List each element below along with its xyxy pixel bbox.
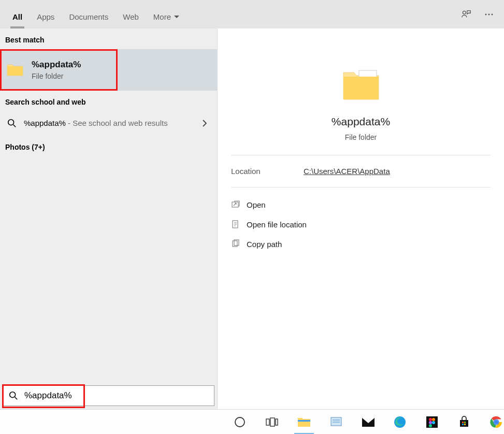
svg-rect-16 (276, 419, 278, 425)
svg-rect-15 (270, 418, 275, 426)
search-box[interactable] (3, 385, 214, 406)
best-match-title: %appdata% (32, 60, 81, 70)
open-icon (231, 200, 247, 209)
details-title: %appdata% (332, 115, 390, 128)
location-label: Location (231, 167, 304, 176)
svg-point-36 (494, 420, 498, 424)
location-path[interactable]: C:\Users\ACER\AppData (304, 167, 390, 176)
notepad-icon[interactable] (328, 414, 344, 430)
svg-point-25 (432, 418, 435, 421)
svg-rect-30 (464, 422, 466, 423)
figma-icon[interactable] (424, 414, 440, 430)
cortana-icon[interactable] (232, 414, 248, 430)
svg-point-3 (492, 13, 493, 15)
action-open-location-label: Open file location (247, 220, 307, 229)
tab-more-label: More (153, 12, 171, 21)
svg-rect-23 (426, 416, 438, 428)
svg-point-13 (235, 417, 244, 427)
svg-point-27 (429, 421, 432, 424)
tab-bar: All Apps Documents Web More (0, 0, 504, 28)
edge-icon[interactable] (392, 414, 408, 430)
file-explorer-icon[interactable] (296, 414, 312, 430)
web-search-row[interactable]: %appdata% - See school and web results (0, 111, 217, 136)
svg-point-2 (488, 13, 490, 15)
tab-web[interactable]: Web (116, 0, 146, 28)
copy-icon (231, 239, 247, 249)
taskbar (0, 409, 504, 434)
search-icon (9, 391, 18, 400)
mail-icon[interactable] (361, 414, 376, 430)
details-panel: %appdata% File folder Location C:\Users\… (218, 28, 504, 409)
svg-rect-14 (266, 419, 269, 425)
chrome-icon[interactable] (488, 414, 504, 430)
svg-point-0 (463, 11, 466, 14)
tab-more[interactable]: More (146, 0, 186, 28)
tab-apps[interactable]: Apps (30, 0, 62, 28)
svg-point-26 (432, 421, 435, 424)
search-web-label: Search school and web (0, 91, 217, 111)
svg-rect-18 (331, 417, 341, 426)
results-panel: Best match %appdata% File folder Sea (0, 28, 218, 409)
svg-point-6 (10, 392, 16, 398)
tab-documents[interactable]: Documents (62, 0, 116, 28)
best-match-result[interactable]: %appdata% File folder (0, 49, 118, 91)
task-view-icon[interactable] (264, 414, 280, 430)
action-open-location[interactable]: Open file location (231, 214, 491, 234)
search-input[interactable] (24, 390, 214, 401)
tab-all[interactable]: All (5, 0, 30, 28)
best-match-label: Best match (0, 28, 217, 49)
action-open[interactable]: Open (231, 195, 491, 214)
folder-icon-large (340, 65, 382, 106)
chevron-down-icon (174, 16, 179, 19)
store-icon[interactable] (456, 414, 472, 430)
svg-rect-31 (462, 424, 464, 425)
svg-point-28 (429, 424, 432, 427)
more-options-icon[interactable] (483, 9, 495, 20)
location-row: Location C:\Users\ACER\AppData (231, 155, 491, 187)
feedback-icon[interactable] (460, 9, 472, 20)
file-location-icon (231, 220, 247, 229)
folder-icon (5, 60, 25, 80)
search-icon (7, 119, 17, 128)
svg-rect-29 (462, 422, 464, 423)
action-copy-path-label: Copy path (247, 240, 282, 249)
photos-label[interactable]: Photos (7+) (0, 136, 217, 156)
svg-rect-32 (464, 424, 466, 425)
chevron-right-icon (202, 120, 207, 127)
action-open-label: Open (247, 200, 266, 209)
svg-point-4 (8, 120, 14, 125)
svg-point-24 (429, 418, 432, 421)
svg-point-1 (485, 13, 487, 15)
best-match-subtitle: File folder (32, 72, 81, 80)
action-copy-path[interactable]: Copy path (231, 234, 491, 254)
web-search-text: %appdata% - See school and web results (24, 118, 168, 129)
svg-line-7 (15, 397, 18, 400)
details-subtitle: File folder (345, 133, 377, 141)
svg-line-5 (13, 125, 16, 127)
svg-rect-17 (298, 420, 310, 422)
